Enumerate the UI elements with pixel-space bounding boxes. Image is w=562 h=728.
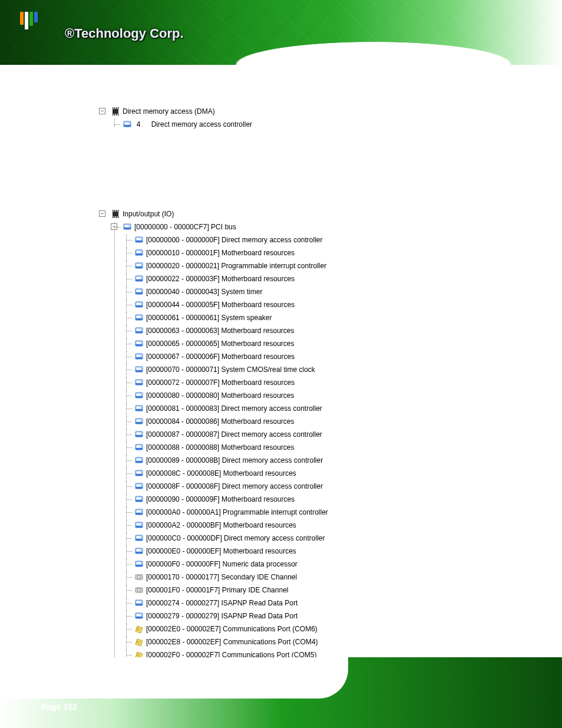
- brand: [18, 12, 38, 32]
- tree-item[interactable]: 4 Direct memory access controller: [111, 119, 511, 132]
- footer-decoration: [0, 657, 348, 699]
- tree-item[interactable]: [00000084 - 00000086] Motherboard resour…: [123, 416, 511, 429]
- tree-item[interactable]: [00000090 - 0000009F] Motherboard resour…: [123, 494, 511, 507]
- tree-item-label: [00000081 - 00000083] Direct memory acce…: [146, 403, 322, 414]
- tree-item[interactable]: [000000E0 - 000000EF] Motherboard resour…: [123, 546, 511, 559]
- device-icon: [134, 521, 144, 530]
- tree-item-label: [0000008F - 0000008F] Direct memory acce…: [146, 481, 323, 492]
- tree-item-label: [00000000 - 0000000F] Direct memory acce…: [146, 235, 322, 245]
- device-icon: [134, 339, 144, 348]
- device-icon: [134, 404, 144, 413]
- port-icon: [134, 637, 144, 647]
- tree-item-label: [00000070 - 00000071] System CMOS/real t…: [146, 364, 315, 375]
- tree-item-label: [00000279 - 00000279] ISAPNP Read Data P…: [146, 611, 297, 621]
- tree-item[interactable]: [00000020 - 00000021] Programmable inter…: [123, 261, 511, 274]
- tree-item[interactable]: [00000061 - 00000061] System speaker: [123, 312, 511, 325]
- tree-item-label: [00000065 - 00000065] Motherboard resour…: [146, 338, 295, 349]
- device-icon: [134, 508, 144, 517]
- device-icon: [134, 300, 144, 309]
- tree-item-label: [000001F0 - 000001F7] Primary IDE Channe…: [146, 585, 288, 595]
- tree-item-label: [00000061 - 00000061] System speaker: [146, 312, 272, 323]
- device-icon: [134, 417, 144, 426]
- tree-item-label: [00000044 - 0000005F] Motherboard resour…: [146, 299, 295, 310]
- tree-item[interactable]: [00000087 - 00000087] Direct memory acce…: [123, 429, 511, 442]
- tree-item[interactable]: [000000F0 - 000000FF] Numeric data proce…: [123, 559, 511, 572]
- device-icon: [134, 559, 144, 569]
- device-icon: [134, 313, 144, 322]
- device-icon: [134, 235, 144, 245]
- io-tree: − Input/output (IO) − [00000000 - 00000C…: [99, 209, 511, 701]
- tree-item-label: [00000063 - 00000063] Motherboard resour…: [146, 325, 295, 336]
- tree-item[interactable]: [00000022 - 0000003F] Motherboard resour…: [123, 274, 511, 286]
- tree-item[interactable]: [00000072 - 0000007F] Motherboard resour…: [123, 377, 511, 390]
- device-icon: [123, 222, 132, 232]
- tree-item[interactable]: [00000040 - 00000043] System timer: [123, 286, 511, 299]
- tree-item[interactable]: [00000081 - 00000083] Direct memory acce…: [123, 403, 511, 416]
- disk-icon: [134, 572, 144, 582]
- io-root-label: Input/output (IO): [123, 209, 174, 219]
- tree-item[interactable]: [0000008F - 0000008F] Direct memory acce…: [123, 481, 511, 494]
- tree-item[interactable]: [000002E0 - 000002E7] Communications Por…: [123, 624, 511, 637]
- tree-item[interactable]: [00000010 - 0000001F] Motherboard resour…: [123, 248, 511, 261]
- tree-item[interactable]: [000001F0 - 000001F7] Primary IDE Channe…: [123, 585, 511, 598]
- tree-item[interactable]: [00000063 - 00000063] Motherboard resour…: [123, 325, 511, 338]
- device-icon: [134, 352, 144, 361]
- tree-item[interactable]: [00000274 - 00000277] ISAPNP Read Data P…: [123, 598, 511, 611]
- device-icon: [134, 326, 144, 335]
- device-icon: [134, 469, 144, 478]
- chip-icon: [111, 107, 120, 116]
- tree-item[interactable]: [000002E8 - 000002EF] Communications Por…: [123, 637, 511, 650]
- tree-item-label: [00000087 - 00000087] Direct memory acce…: [146, 429, 322, 440]
- expander-icon[interactable]: −: [111, 223, 117, 230]
- brand-logo-icon: [18, 12, 38, 32]
- tree-item[interactable]: [000000A2 - 000000BF] Motherboard resour…: [123, 520, 511, 533]
- device-icon: [134, 546, 144, 556]
- tree-item-label: [00000020 - 00000021] Programmable inter…: [146, 261, 326, 271]
- chip-icon: [111, 209, 120, 219]
- tree-item[interactable]: [00000279 - 00000279] ISAPNP Read Data P…: [123, 611, 511, 624]
- tree-item[interactable]: [00000000 - 0000000F] Direct memory acce…: [123, 235, 511, 248]
- tree-item[interactable]: [00000065 - 00000065] Motherboard resour…: [123, 338, 511, 351]
- tree-item[interactable]: [00000044 - 0000005F] Motherboard resour…: [123, 299, 511, 312]
- tree-item[interactable]: [00000088 - 00000088] Motherboard resour…: [123, 442, 511, 455]
- tree-item-label: [00000072 - 0000007F] Motherboard resour…: [146, 377, 295, 388]
- tree-item-label: [000000F0 - 000000FF] Numeric data proce…: [146, 559, 297, 569]
- device-icon: [134, 456, 144, 465]
- expander-icon[interactable]: −: [99, 210, 105, 217]
- disk-icon: [134, 585, 144, 595]
- device-icon: [134, 598, 144, 608]
- tree-item[interactable]: [000000C0 - 000000DF] Direct memory acce…: [123, 533, 511, 546]
- device-icon: [134, 611, 144, 621]
- device-icon: [134, 430, 144, 439]
- tree-item-label: [00000084 - 00000086] Motherboard resour…: [146, 416, 295, 427]
- tree-item-label: [00000088 - 00000088] Motherboard resour…: [146, 442, 295, 453]
- port-icon: [134, 624, 144, 634]
- tree-item[interactable]: [00000170 - 00000177] Secondary IDE Chan…: [123, 572, 511, 585]
- tree-item-label: [000000A2 - 000000BF] Motherboard resour…: [146, 520, 296, 531]
- tree-item[interactable]: [0000008C - 0000008E] Motherboard resour…: [123, 468, 511, 481]
- device-icon: [134, 287, 144, 297]
- io-bus-label: [00000000 - 00000CF7] PCI bus: [134, 222, 236, 232]
- device-icon: [134, 482, 144, 491]
- tree-item[interactable]: [000000A0 - 000000A1] Programmable inter…: [123, 507, 511, 520]
- tree-item-label: [00000170 - 00000177] Secondary IDE Chan…: [146, 572, 297, 582]
- device-icon: [123, 120, 132, 129]
- footer-banner: Page 152: [0, 657, 562, 728]
- expander-icon[interactable]: −: [99, 108, 105, 114]
- tree-item-label: [000000A0 - 000000A1] Programmable inter…: [146, 507, 328, 518]
- tree-item-label: [000000C0 - 000000DF] Direct memory acce…: [146, 533, 325, 543]
- tree-item[interactable]: [00000070 - 00000071] System CMOS/real t…: [123, 364, 511, 377]
- device-icon: [134, 261, 144, 271]
- tree-item-label: [00000089 - 0000008B] Direct memory acce…: [146, 455, 323, 466]
- tree-item-label: [00000040 - 00000043] System timer: [146, 286, 262, 297]
- tree-item-label: [00000022 - 0000003F] Motherboard resour…: [146, 274, 295, 284]
- dma-root-label: Direct memory access (DMA): [123, 106, 215, 117]
- tree-item[interactable]: [00000067 - 0000006F] Motherboard resour…: [123, 351, 511, 364]
- tree-item[interactable]: [00000080 - 00000080] Motherboard resour…: [123, 390, 511, 403]
- dma-tree: − Direct memory access (DMA) 4 Direct me…: [99, 106, 511, 132]
- tree-item-label: [00000080 - 00000080] Motherboard resour…: [146, 390, 295, 401]
- header-banner: ®Technology Corp.: [0, 0, 562, 65]
- device-icon: [134, 378, 144, 387]
- device-icon: [134, 391, 144, 400]
- tree-item[interactable]: [00000089 - 0000008B] Direct memory acce…: [123, 455, 511, 468]
